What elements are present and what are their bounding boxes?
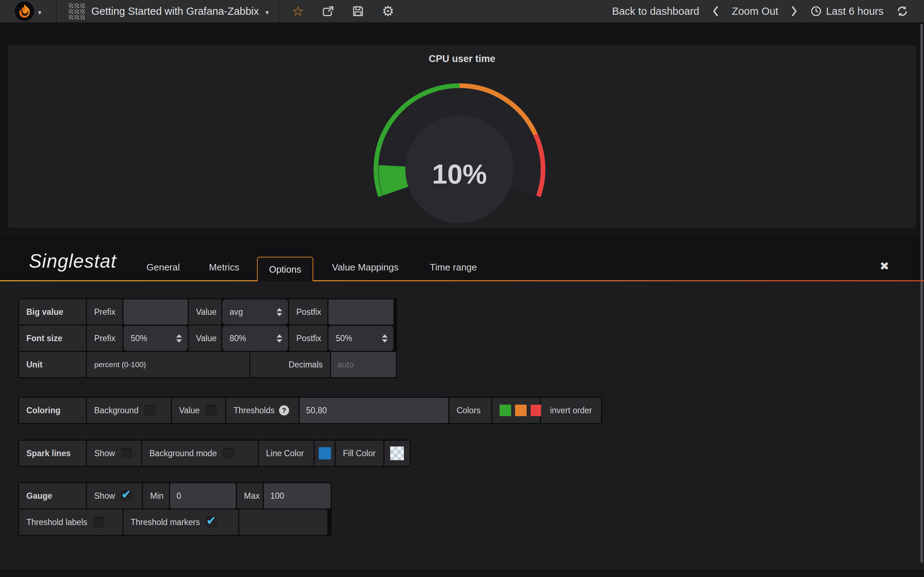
spark-lines-table: Spark lines Show ✔ Background mode ✔ Lin…	[18, 440, 411, 467]
prefix-label: Prefix	[87, 299, 122, 324]
threshold-markers-cell: Threshold markers ✔	[123, 509, 238, 535]
select-arrows-icon	[276, 334, 282, 343]
singlestat-panel: CPU user time 10%	[8, 46, 916, 227]
value-stat-select[interactable]: avg	[222, 299, 288, 324]
decimals-input[interactable]	[331, 352, 396, 377]
empty-cell	[239, 509, 327, 535]
settings-button[interactable]: ⚙	[382, 4, 394, 18]
panel-title[interactable]: CPU user time	[9, 53, 915, 64]
decimals-input-cell	[331, 352, 396, 377]
threshold-markers-checkbox[interactable]: ✔	[206, 517, 217, 528]
unit-picker-link[interactable]: percent (0-100)	[94, 360, 146, 369]
font-value-select[interactable]: 80%	[222, 326, 288, 351]
check-icon: ✔	[206, 514, 216, 528]
font-prefix-select[interactable]: 50%	[123, 326, 188, 351]
threshold-labels-checkbox[interactable]: ✔	[93, 517, 104, 528]
big-value-row: Big value Prefix Value avg Postfix	[19, 299, 396, 324]
gauge-row: Gauge Show ✔ Min Max	[19, 483, 331, 508]
refresh-button[interactable]	[897, 5, 908, 17]
question-icon[interactable]: ?	[279, 405, 289, 416]
threshold-color-swatch-red[interactable]	[531, 405, 542, 416]
threshold-color-swatch-green[interactable]	[499, 405, 511, 416]
unit-picker-cell: percent (0-100)	[87, 352, 249, 377]
big-value-label: Big value	[19, 299, 86, 324]
grafana-app: { "icons": { "caret_down": "▾", "star": …	[0, 0, 924, 577]
font-postfix-selected: 50%	[336, 334, 352, 343]
font-size-row: Font size Prefix 50% Value 80% Postfix	[19, 326, 396, 351]
font-postfix-select[interactable]: 50%	[328, 326, 393, 351]
font-value-selected: 80%	[229, 334, 246, 343]
spark-background-mode-checkbox[interactable]: ✔	[223, 448, 234, 459]
postfix-input[interactable]	[328, 299, 393, 324]
tab-options[interactable]: Options	[257, 257, 313, 281]
line-color-swatch-cell	[315, 441, 334, 466]
value-options-table: Big value Prefix Value avg Postfix	[18, 298, 397, 378]
select-arrows-icon	[176, 334, 182, 343]
line-color-label: Line Color	[259, 441, 313, 466]
time-range-label: Last 6 hours	[826, 5, 884, 17]
prefix-input-cell	[123, 299, 188, 324]
save-icon	[352, 5, 364, 17]
grafana-logo[interactable]: ▾	[0, 0, 56, 23]
save-button[interactable]	[352, 5, 364, 17]
time-picker-button[interactable]: Last 6 hours	[811, 5, 884, 17]
gauge-max-input-cell	[264, 483, 331, 508]
gauge-show-checkbox[interactable]: ✔	[121, 490, 132, 501]
font-value-label: Value	[189, 326, 221, 351]
clock-icon	[811, 6, 822, 16]
dashboard-title-menu[interactable]: Getting Started with Grafana-Zabbix ▾	[57, 0, 278, 23]
coloring-background-checkbox[interactable]: ✔	[144, 405, 155, 416]
close-editor-button[interactable]: ✖	[880, 259, 889, 273]
spark-show-label: Show	[94, 449, 115, 458]
gear-icon: ⚙	[382, 4, 394, 18]
prefix-input[interactable]	[123, 299, 188, 324]
gauge-min-label: Min	[143, 483, 169, 508]
coloring-value-checkbox[interactable]: ✔	[205, 405, 216, 416]
font-prefix-selected: 50%	[131, 334, 147, 343]
threshold-labels-cell: Threshold labels ✔	[19, 509, 122, 535]
grafana-logo-icon	[15, 2, 34, 21]
editor-header: Singlestat General Metrics Options Value…	[0, 236, 924, 281]
spark-background-mode-cell: Background mode ✔	[142, 441, 258, 466]
coloring-label: Coloring	[19, 398, 86, 423]
thresholds-label: Thresholds	[234, 406, 275, 416]
editor-content: Big value Prefix Value avg Postfix	[0, 281, 924, 569]
invert-order-link[interactable]: invert order	[550, 406, 592, 416]
tab-general[interactable]: General	[147, 262, 180, 273]
tab-metrics[interactable]: Metrics	[209, 262, 239, 273]
tab-value-mappings[interactable]: Value Mappings	[332, 262, 399, 273]
gauge-show-cell: Show ✔	[87, 483, 142, 508]
spark-show-checkbox[interactable]: ✔	[121, 448, 132, 459]
gauge-min-input[interactable]	[170, 483, 236, 508]
scrollbar-thumb[interactable]	[921, 24, 923, 562]
spark-background-mode-label: Background mode	[149, 449, 217, 458]
threshold-color-swatch-orange[interactable]	[515, 405, 527, 416]
font-prefix-select-cell: 50%	[123, 326, 188, 351]
share-button[interactable]	[322, 5, 334, 17]
tab-options-label: Options	[269, 264, 301, 275]
gauge-value: 10%	[369, 158, 550, 190]
colors-label: Colors	[449, 398, 491, 423]
gauge-max-input[interactable]	[264, 483, 331, 508]
star-button[interactable]: ☆	[292, 5, 304, 18]
back-to-dashboard-button[interactable]: Back to dashboard	[612, 5, 699, 17]
unit-label: Unit	[19, 352, 86, 377]
navbar-actions: ☆ ⚙	[279, 4, 401, 18]
fill-color-label: Fill Color	[336, 441, 383, 466]
time-shift-right-button[interactable]	[791, 6, 798, 16]
time-shift-left-button[interactable]	[712, 6, 719, 16]
thresholds-input[interactable]	[300, 398, 448, 423]
fill-color-swatch[interactable]	[390, 446, 404, 460]
title-caret-icon: ▾	[265, 8, 269, 16]
editor-accent-line	[0, 280, 924, 281]
tab-time-range[interactable]: Time range	[430, 262, 477, 273]
spark-show-cell: Show ✔	[87, 441, 141, 466]
gauge-min-input-cell	[170, 483, 236, 508]
zoom-out-button[interactable]: Zoom Out	[732, 5, 778, 17]
coloring-background-label: Background	[94, 406, 139, 416]
line-color-swatch[interactable]	[319, 447, 331, 459]
select-arrows-icon	[382, 334, 388, 343]
back-to-dashboard-label: Back to dashboard	[612, 5, 699, 17]
thresholds-input-cell	[300, 398, 448, 423]
dashboard-grid-icon	[69, 3, 85, 19]
